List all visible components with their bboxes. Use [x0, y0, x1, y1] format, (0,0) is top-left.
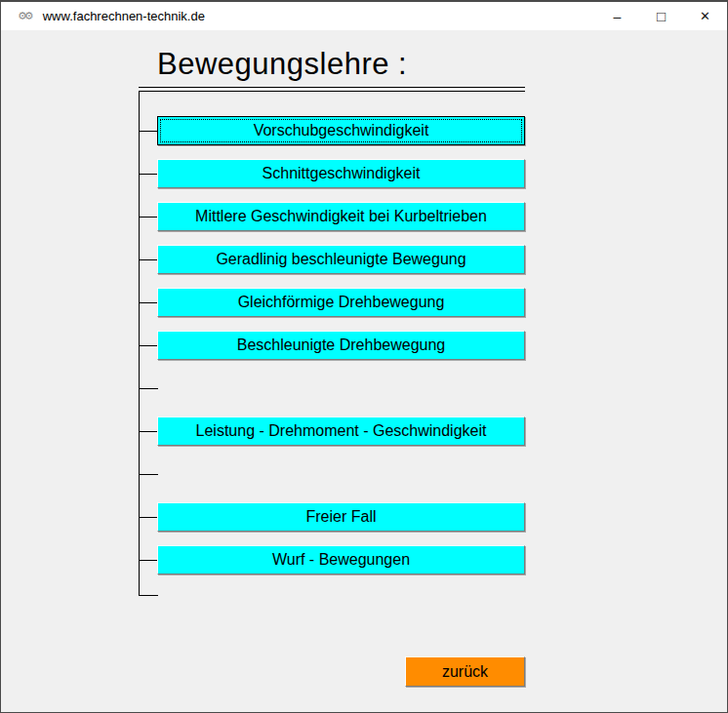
app-window: ⚙⚙ www.fachrechnen-technik.de – □ ✕ Bewe…: [0, 0, 728, 713]
tree-branch-line: [139, 302, 158, 303]
menu-button-geradlinig-beschleunigte-bewegung[interactable]: Geradlinig beschleunigte Bewegung: [157, 245, 525, 274]
tree-branch-line: [139, 345, 158, 346]
close-button[interactable]: ✕: [683, 2, 727, 30]
minimize-button[interactable]: –: [595, 2, 639, 30]
tree-branch-end-line: [139, 595, 158, 596]
menu-button-mittlere-geschwindigkeit[interactable]: Mittlere Geschwindigkeit bei Kurbeltrieb…: [157, 202, 525, 231]
tree-branch-line: [139, 474, 158, 475]
tree-branch-line: [139, 517, 158, 518]
menu-button-vorschubgeschwindigkeit[interactable]: Vorschubgeschwindigkeit: [157, 116, 525, 145]
tree-branch-line: [139, 217, 158, 218]
menu-button-beschleunigte-drehbewegung[interactable]: Beschleunigte Drehbewegung: [157, 331, 525, 360]
tree-branch-line: [139, 560, 158, 561]
page-title: Bewegungslehre :: [157, 49, 407, 79]
tree-branch-line: [139, 431, 158, 432]
tree-branch-line: [139, 131, 158, 132]
menu-button-wurf-bewegungen[interactable]: Wurf - Bewegungen: [157, 545, 525, 574]
maximize-button[interactable]: □: [639, 2, 683, 30]
menu-button-freier-fall[interactable]: Freier Fall: [157, 502, 525, 532]
window-title: www.fachrechnen-technik.de: [43, 9, 205, 23]
heading-double-rule: [139, 87, 525, 92]
back-button[interactable]: zurück: [405, 656, 525, 687]
window-controls: – □ ✕: [595, 2, 727, 30]
tree-branch-line: [139, 174, 158, 175]
menu-button-gleichfoermige-drehbewegung[interactable]: Gleichförmige Drehbewegung: [157, 288, 525, 317]
menu-button-leistung-drehmoment-geschwindigkeit[interactable]: Leistung - Drehmoment - Geschwindigkeit: [157, 416, 525, 446]
gears-icon: ⚙⚙: [18, 11, 31, 21]
tree-branch-line: [139, 388, 158, 389]
titlebar: ⚙⚙ www.fachrechnen-technik.de – □ ✕: [1, 2, 727, 30]
tree-branch-line: [139, 259, 158, 260]
menu-button-schnittgeschwindigkeit[interactable]: Schnittgeschwindigkeit: [157, 159, 525, 188]
tree-vertical-line: [139, 91, 140, 596]
